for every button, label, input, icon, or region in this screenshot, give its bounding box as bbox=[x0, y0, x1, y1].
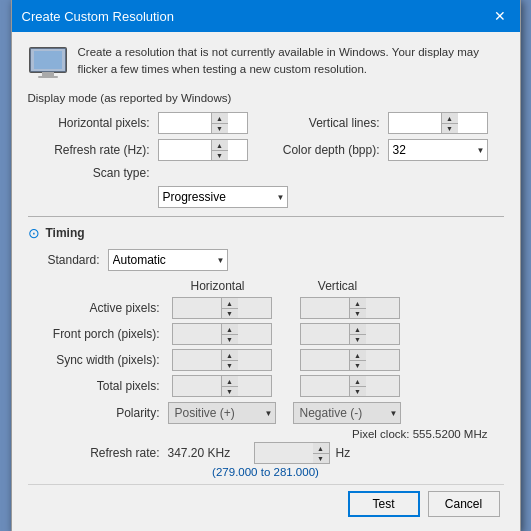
standard-select-wrap[interactable]: Automatic ▼ bbox=[108, 249, 228, 271]
sync-width-h-spinbox[interactable]: 32 ▲ ▼ bbox=[172, 349, 272, 371]
active-pixels-v-input[interactable]: 1080 bbox=[301, 298, 349, 318]
display-mode-label: Display mode (as reported by Windows) bbox=[28, 92, 504, 104]
total-pixels-h-input[interactable]: 1600 bbox=[173, 376, 221, 396]
vertical-lines-label: Vertical lines: bbox=[268, 116, 388, 130]
button-row: Test Cancel bbox=[28, 484, 504, 521]
refresh-rate-spinbox[interactable]: 280.000 ▲ ▼ bbox=[254, 442, 330, 464]
refresh-rate-wrap: 347.20 KHz 280.000 ▲ ▼ Hz bbox=[168, 442, 504, 464]
sync-width-v-up[interactable]: ▲ bbox=[350, 350, 366, 360]
horizontal-pixels-spinbox[interactable]: 1440 ▲ ▼ bbox=[158, 112, 248, 134]
vertical-lines-input[interactable]: 1080 bbox=[389, 113, 441, 133]
timing-grid: Active pixels: 1440 ▲ ▼ 1080 ▲ ▼ Front p… bbox=[28, 297, 504, 397]
refresh-rate-hz-up[interactable]: ▲ bbox=[212, 140, 228, 150]
refresh-rate-display: 347.20 KHz bbox=[168, 446, 248, 460]
vertical-col-header: Vertical bbox=[288, 279, 388, 295]
svg-rect-4 bbox=[34, 51, 62, 69]
polarity-h-select-input[interactable]: Positive (+) bbox=[169, 406, 275, 420]
color-depth-select[interactable]: 32 ▼ bbox=[388, 139, 488, 161]
scan-type-select[interactable]: Progressive ▼ bbox=[158, 186, 288, 208]
timing-collapse-icon[interactable]: ⊙ bbox=[28, 225, 40, 241]
front-porch-v-up[interactable]: ▲ bbox=[350, 324, 366, 334]
pixel-clock-section: Pixel clock: 555.5200 MHz bbox=[28, 428, 504, 440]
polarity-v-select-input[interactable]: Negative (-) bbox=[294, 406, 400, 420]
refresh-rate-up[interactable]: ▲ bbox=[313, 443, 329, 453]
horizontal-pixels-input[interactable]: 1440 bbox=[159, 113, 211, 133]
polarity-h-select[interactable]: Positive (+) ▼ bbox=[168, 402, 276, 424]
close-button[interactable]: ✕ bbox=[490, 6, 510, 26]
total-pixels-v-down[interactable]: ▼ bbox=[350, 386, 366, 396]
active-pixels-v-up[interactable]: ▲ bbox=[350, 298, 366, 308]
timing-col-headers: Horizontal Vertical bbox=[28, 279, 504, 295]
refresh-rate-hz-spinbox[interactable]: 280 ▲ ▼ bbox=[158, 139, 248, 161]
refresh-rate-field-input[interactable]: 280.000 bbox=[255, 443, 313, 463]
test-button[interactable]: Test bbox=[348, 491, 420, 517]
front-porch-label: Front porch (pixels): bbox=[38, 327, 168, 341]
refresh-rate-hz-down[interactable]: ▼ bbox=[212, 150, 228, 160]
active-pixels-h-input[interactable]: 1440 bbox=[173, 298, 221, 318]
polarity-label: Polarity: bbox=[38, 406, 168, 420]
timing-title: Timing bbox=[46, 226, 85, 240]
polarity-v-select[interactable]: Negative (-) ▼ bbox=[293, 402, 401, 424]
info-text: Create a resolution that is not currentl… bbox=[78, 44, 504, 79]
svg-rect-3 bbox=[38, 76, 58, 78]
active-pixels-label: Active pixels: bbox=[38, 301, 168, 315]
dialog-body: Create a resolution that is not currentl… bbox=[12, 32, 520, 531]
svg-rect-2 bbox=[42, 72, 54, 76]
sync-width-label: Sync width (pixels): bbox=[38, 353, 168, 367]
standard-select-input[interactable]: Automatic bbox=[113, 253, 223, 267]
horizontal-pixels-down[interactable]: ▼ bbox=[212, 123, 228, 133]
sync-width-h-up[interactable]: ▲ bbox=[222, 350, 238, 360]
scan-type-select-input[interactable]: Progressive bbox=[163, 190, 283, 204]
sync-width-h-down[interactable]: ▼ bbox=[222, 360, 238, 370]
horizontal-pixels-label: Horizontal pixels: bbox=[28, 116, 158, 130]
active-pixels-v-down[interactable]: ▼ bbox=[350, 308, 366, 318]
front-porch-h-input[interactable]: 48 bbox=[173, 324, 221, 344]
cancel-button[interactable]: Cancel bbox=[428, 491, 500, 517]
total-pixels-h-up[interactable]: ▲ bbox=[222, 376, 238, 386]
vertical-lines-down[interactable]: ▼ bbox=[442, 123, 458, 133]
refresh-rate-unit: Hz bbox=[336, 446, 351, 460]
scan-type-label: Scan type: bbox=[28, 166, 158, 180]
sync-width-v-spinbox[interactable]: 4 ▲ ▼ bbox=[300, 349, 400, 371]
front-porch-h-spinbox[interactable]: 48 ▲ ▼ bbox=[172, 323, 272, 345]
standard-label: Standard: bbox=[38, 253, 108, 267]
total-pixels-label: Total pixels: bbox=[38, 379, 168, 393]
standard-select[interactable]: Automatic ▼ bbox=[108, 249, 228, 271]
color-depth-select-input[interactable]: 32 bbox=[393, 143, 483, 157]
front-porch-v-input[interactable]: 3 bbox=[301, 324, 349, 344]
title-bar: Create Custom Resolution ✕ bbox=[12, 0, 520, 32]
active-pixels-h-down[interactable]: ▼ bbox=[222, 308, 238, 318]
scan-type-select-wrap[interactable]: Progressive ▼ bbox=[158, 186, 288, 208]
total-pixels-h-down[interactable]: ▼ bbox=[222, 386, 238, 396]
vertical-lines-spinbox[interactable]: 1080 ▲ ▼ bbox=[388, 112, 488, 134]
polarity-row: Polarity: Positive (+) ▼ Negative (-) ▼ bbox=[28, 402, 504, 424]
total-pixels-v-input[interactable]: 1240 bbox=[301, 376, 349, 396]
refresh-rate-label: Refresh rate: bbox=[38, 446, 168, 460]
refresh-rate-hz-input[interactable]: 280 bbox=[159, 140, 211, 160]
divider bbox=[28, 216, 504, 217]
info-section: Create a resolution that is not currentl… bbox=[28, 44, 504, 80]
front-porch-v-down[interactable]: ▼ bbox=[350, 334, 366, 344]
timing-header: ⊙ Timing bbox=[28, 225, 504, 241]
pixel-clock-value: 555.5200 MHz bbox=[413, 428, 488, 440]
active-pixels-h-up[interactable]: ▲ bbox=[222, 298, 238, 308]
sync-width-v-down[interactable]: ▼ bbox=[350, 360, 366, 370]
front-porch-h-up[interactable]: ▲ bbox=[222, 324, 238, 334]
color-depth-select-wrap[interactable]: 32 ▼ bbox=[388, 139, 478, 161]
refresh-rate-row: Refresh rate: 347.20 KHz 280.000 ▲ ▼ Hz bbox=[28, 442, 504, 464]
active-pixels-h-spinbox[interactable]: 1440 ▲ ▼ bbox=[172, 297, 272, 319]
front-porch-h-down[interactable]: ▼ bbox=[222, 334, 238, 344]
active-pixels-v-spinbox[interactable]: 1080 ▲ ▼ bbox=[300, 297, 400, 319]
horizontal-pixels-up[interactable]: ▲ bbox=[212, 113, 228, 123]
total-pixels-h-spinbox[interactable]: 1600 ▲ ▼ bbox=[172, 375, 272, 397]
refresh-rate-down[interactable]: ▼ bbox=[313, 453, 329, 463]
vertical-lines-up[interactable]: ▲ bbox=[442, 113, 458, 123]
sync-width-h-input[interactable]: 32 bbox=[173, 350, 221, 370]
total-pixels-v-up[interactable]: ▲ bbox=[350, 376, 366, 386]
front-porch-v-spinbox[interactable]: 3 ▲ ▼ bbox=[300, 323, 400, 345]
sync-width-v-input[interactable]: 4 bbox=[301, 350, 349, 370]
total-pixels-v-spinbox[interactable]: 1240 ▲ ▼ bbox=[300, 375, 400, 397]
range-text: (279.000 to 281.000) bbox=[28, 466, 504, 478]
horizontal-col-header: Horizontal bbox=[168, 279, 268, 295]
create-custom-resolution-dialog: Create Custom Resolution ✕ Create a reso… bbox=[11, 0, 521, 531]
